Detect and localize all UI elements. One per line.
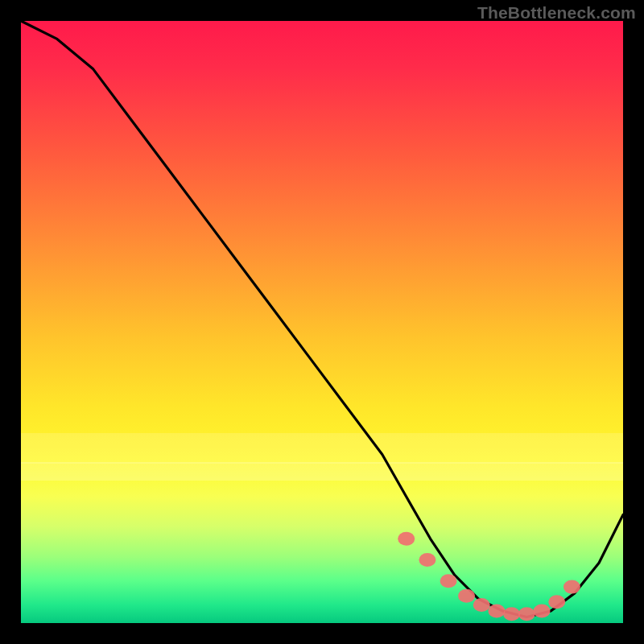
- plot-area: [21, 21, 623, 623]
- highlight-dot: [473, 598, 490, 612]
- chart-svg: [21, 21, 623, 623]
- highlight-dot: [534, 605, 551, 618]
- highlight-dot: [419, 553, 436, 567]
- curve-line: [21, 21, 623, 617]
- highlight-dot: [503, 607, 520, 621]
- highlight-dot: [440, 574, 457, 588]
- highlight-dot: [398, 532, 415, 546]
- highlight-dot: [548, 595, 565, 609]
- highlight-dot: [488, 605, 505, 618]
- watermark-label: TheBottleneck.com: [477, 3, 636, 23]
- highlight-dot: [564, 580, 580, 594]
- chart-stage: TheBottleneck.com: [0, 0, 644, 644]
- highlight-dot: [518, 607, 535, 621]
- highlight-dots: [398, 532, 580, 621]
- highlight-dot: [458, 589, 475, 603]
